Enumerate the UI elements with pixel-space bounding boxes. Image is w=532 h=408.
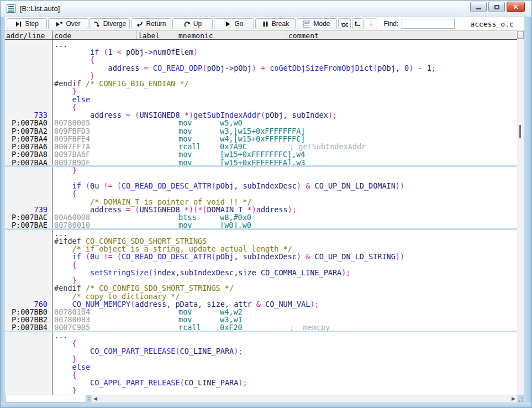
asm-row[interactable]: P:007BA80097BA6Fmov[w15+0xFFFFFFFC],w4	[5, 150, 517, 158]
source-row[interactable]: }	[5, 87, 517, 95]
up-button[interactable]: Up	[172, 18, 213, 29]
asm-row[interactable]: P:007BA60007FF7Arcall0x7A9C; getSubIndex…	[5, 143, 517, 150]
asm-row[interactable]: P:007BA4009FBFE4movw4,[w15+0xFFFFFFFC]	[5, 135, 517, 143]
source-text: }	[54, 72, 94, 80]
scroll-left-icon[interactable]: ◀	[93, 396, 97, 401]
source-text: {	[54, 190, 77, 197]
go-button[interactable]: Go	[214, 18, 254, 29]
scroll-right-icon[interactable]: ▶	[512, 396, 515, 401]
source-row[interactable]: ...	[5, 229, 517, 237]
source-row[interactable]: if (0u != (CO_READ_OD_DESC_ATTR(pObj, su…	[5, 182, 517, 190]
titlebar[interactable]: [B::List.auto] ✕	[1, 1, 531, 17]
splitter-grip[interactable]	[88, 396, 90, 401]
address-cell[interactable]: P:007BA8	[5, 150, 50, 158]
step-button[interactable]: Step	[7, 18, 47, 29]
resize-grip-icon[interactable]	[517, 396, 524, 402]
trace32-list-window: [B::List.auto] ✕ StepOverDivergeReturnUp…	[0, 0, 532, 408]
operands-cell: w4,[w15+0xFFFFFFFC]	[220, 135, 305, 143]
address-cell[interactable]: P:007BAC	[5, 213, 50, 221]
opcode-cell: 009FBFD3	[54, 127, 90, 135]
opcode-cell: 00780083	[54, 316, 90, 323]
source-row[interactable]: }	[5, 166, 517, 174]
source-text: /* if object is a string, update actual …	[54, 245, 292, 253]
break-button[interactable]: Break	[255, 18, 296, 29]
glasses-button[interactable]	[338, 18, 351, 29]
column-separator	[136, 31, 137, 39]
source-row[interactable]: else	[5, 363, 517, 371]
source-row[interactable]: /* DOMAIN_T is pointer of void !! */	[5, 198, 517, 206]
line-number-cell[interactable]: 733	[5, 111, 50, 119]
asm-row[interactable]: P:007BB200780083movw3,w1	[5, 316, 517, 323]
asm-row[interactable]: P:007BA000780005movw5,w0	[5, 119, 517, 127]
source-row[interactable]: CO_APPL_PART_RELEASE(CO_LINE_PARA);	[5, 379, 517, 386]
address-cell[interactable]: P:007BA4	[5, 135, 50, 143]
source-text: {	[54, 371, 77, 379]
source-row[interactable]: {	[5, 103, 517, 111]
line-number-cell[interactable]: 760	[5, 300, 50, 308]
source-row[interactable]: 739 address = (UNSIGNED8 *)(*(DOMAIN_T *…	[5, 206, 517, 213]
source-row[interactable]: 760 CO_NUM_MEMCPY(address, pData, size, …	[5, 300, 517, 308]
source-text: }	[54, 87, 77, 95]
source-row[interactable]: /* if object is a string, update actual …	[5, 245, 517, 253]
maximize-icon	[494, 5, 499, 9]
vertical-scrollbar-thumb[interactable]	[519, 125, 521, 138]
opcode-cell: 0097BA6F	[54, 150, 90, 158]
horizontal-scrollbar[interactable]: ◀ ▶	[91, 395, 518, 402]
mode-button[interactable]: NOPMode	[297, 18, 337, 29]
source-row[interactable]: {	[5, 371, 517, 379]
source-text: }	[54, 355, 77, 363]
asm-row[interactable]: P:007BB000780104movw4,w2	[5, 308, 517, 316]
source-row[interactable]: {	[5, 261, 517, 269]
close-button[interactable]: ✕	[507, 2, 525, 12]
asm-row[interactable]: P:007BAC00A60008btssw8,#0x0	[5, 213, 517, 221]
source-row[interactable]: setStringSize(index,subIndexDesc,size CO…	[5, 269, 517, 276]
source-row[interactable]: address = CO_READ_ODP(pObj->pObj) + coGe…	[5, 64, 517, 72]
t-dots-label: t..	[355, 20, 361, 28]
minimize-button[interactable]	[470, 2, 487, 12]
over-icon	[56, 20, 63, 28]
address-cell[interactable]: P:007BB0	[5, 308, 50, 316]
source-text: if (0u != (CO_READ_OD_DESC_ATTR(pObj, su…	[54, 253, 404, 260]
source-row[interactable]: if (0u != (CO_READ_OD_DESC_ATTR(pObj, su…	[5, 253, 517, 260]
source-row[interactable]: {	[5, 339, 517, 347]
vertical-scrollbar-top-button[interactable]	[517, 31, 524, 39]
address-cell[interactable]: P:007BA2	[5, 127, 50, 135]
column-header: addr/linecodelabelmnemoniccomment	[5, 30, 517, 40]
source-row[interactable]: #ifdef CO_CONFIG_SDO_SHORT_STRINGS	[5, 237, 517, 245]
source-row[interactable]: #endif /* CONFIG_BIG_ENDIAN */	[5, 80, 517, 87]
line-number-cell[interactable]: 739	[5, 206, 50, 213]
source-row[interactable]: /* copy to dictionary */	[5, 292, 517, 300]
source-row[interactable]: if (1 < pObj->numOfElem)	[5, 48, 517, 56]
source-row[interactable]: {	[5, 190, 517, 197]
t-dots-button[interactable]: t..	[352, 18, 364, 29]
opcode-cell: 00780104	[54, 308, 90, 316]
mode-icon: NOP	[303, 20, 310, 28]
source-row[interactable]: #endif /* CO_CONFIG_SDO_SHORT_STRINGS */	[5, 284, 517, 292]
source-row[interactable]: CO_COM_PART_RELEASE(CO_LINE_PARA);	[5, 347, 517, 355]
maximize-button[interactable]	[488, 2, 505, 12]
diverge-button[interactable]: Diverge	[89, 18, 130, 29]
source-text: #ifdef CO_CONFIG_SDO_SHORT_STRINGS	[54, 237, 207, 245]
source-row[interactable]: ...	[5, 332, 517, 339]
source-row[interactable]: }	[5, 355, 517, 363]
address-cell[interactable]: P:007BA0	[5, 119, 50, 127]
over-button[interactable]: Over	[48, 18, 88, 29]
return-button[interactable]: Return	[131, 18, 171, 29]
source-row[interactable]: }	[5, 72, 517, 80]
source-row[interactable]: }	[5, 386, 517, 394]
source-row[interactable]: else	[5, 96, 517, 103]
vertical-scrollbar[interactable]	[517, 31, 524, 395]
source-row[interactable]: ...	[5, 40, 517, 48]
return-icon	[136, 20, 143, 28]
source-text: /* DOMAIN_T is pointer of void !! */	[54, 198, 252, 206]
source-row[interactable]: {	[5, 56, 517, 64]
find-input[interactable]	[402, 19, 455, 29]
address-cell[interactable]: P:007BB2	[5, 316, 50, 323]
step-icon	[15, 20, 22, 28]
source-row[interactable]: 733 address = (UNSIGNED8 *)getSubIndexAd…	[5, 111, 517, 119]
asm-row[interactable]: P:007BA2009FBFD3movw3,[w15+0xFFFFFFFA]	[5, 127, 517, 135]
source-text: {	[54, 261, 77, 269]
source-row[interactable]: }	[5, 276, 517, 284]
window-icon	[7, 4, 15, 13]
address-cell[interactable]: P:007BA6	[5, 143, 50, 150]
